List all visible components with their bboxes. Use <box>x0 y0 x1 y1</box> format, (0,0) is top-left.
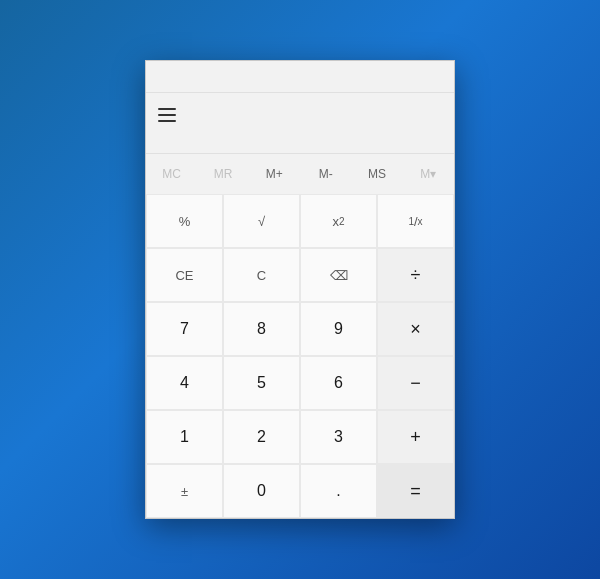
memory-button-m: M▾ <box>403 154 454 194</box>
calc-button-9003[interactable]: ⌫ <box>300 248 377 302</box>
memory-button-ms[interactable]: MS <box>351 154 402 194</box>
calc-button-x178[interactable]: x2 <box>300 194 377 248</box>
calc-button-8[interactable]: 8 <box>223 302 300 356</box>
history-button[interactable] <box>414 101 442 129</box>
memory-button-m[interactable]: M+ <box>249 154 300 194</box>
calc-button-5[interactable]: 5 <box>223 356 300 410</box>
memory-button-mc: MC <box>146 154 197 194</box>
calc-button-37[interactable]: % <box>146 194 223 248</box>
calc-button-46[interactable]: . <box>300 464 377 518</box>
calc-header <box>146 93 454 133</box>
maximize-button[interactable] <box>354 61 400 93</box>
calc-button-18547x[interactable]: 1/x <box>377 194 454 248</box>
hamburger-line-2 <box>158 114 176 116</box>
calc-button-3[interactable]: 3 <box>300 410 377 464</box>
hamburger-button[interactable] <box>158 108 176 122</box>
calc-button-215[interactable]: × <box>377 302 454 356</box>
memory-row: MCMRM+M-MSM▾ <box>146 153 454 194</box>
memory-button-mr: MR <box>197 154 248 194</box>
calc-button-CE[interactable]: CE <box>146 248 223 302</box>
calc-button-6[interactable]: 6 <box>300 356 377 410</box>
calc-button-247[interactable]: ÷ <box>377 248 454 302</box>
button-grid: %√x21/xCEC⌫÷789×456−123+±0.= <box>146 194 454 518</box>
calc-button-9[interactable]: 9 <box>300 302 377 356</box>
calc-display <box>146 133 454 153</box>
calc-button-61[interactable]: = <box>377 464 454 518</box>
calc-button-2[interactable]: 2 <box>223 410 300 464</box>
hamburger-line-1 <box>158 108 176 110</box>
calc-button-0[interactable]: 0 <box>223 464 300 518</box>
calc-button-177[interactable]: ± <box>146 464 223 518</box>
hamburger-line-3 <box>158 120 176 122</box>
calc-button-7[interactable]: 7 <box>146 302 223 356</box>
close-button[interactable] <box>400 61 446 93</box>
calc-button-43[interactable]: + <box>377 410 454 464</box>
minimize-button[interactable] <box>308 61 354 93</box>
calc-button-8730[interactable]: √ <box>223 194 300 248</box>
calculator-window: MCMRM+M-MSM▾ %√x21/xCEC⌫÷789×456−123+±0.… <box>145 60 455 519</box>
calc-button-4[interactable]: 4 <box>146 356 223 410</box>
calc-button-8722[interactable]: − <box>377 356 454 410</box>
memory-button-m[interactable]: M- <box>300 154 351 194</box>
title-bar <box>146 61 454 93</box>
calc-button-1[interactable]: 1 <box>146 410 223 464</box>
calc-button-C[interactable]: C <box>223 248 300 302</box>
